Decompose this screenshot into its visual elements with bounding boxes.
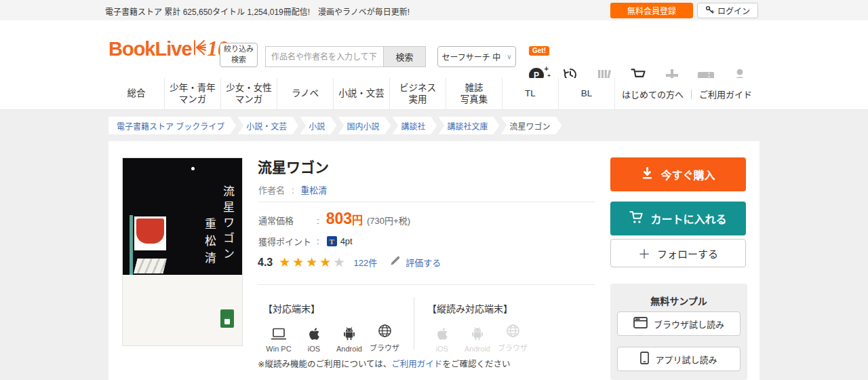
key-icon (705, 5, 714, 16)
nav-item-novel[interactable]: 小説・文芸 (334, 78, 390, 110)
price-amount: 803 (326, 210, 352, 228)
add-to-cart-button[interactable]: カートに入れる (610, 202, 746, 235)
booklive-logo[interactable]: BookLive 10 th (108, 37, 237, 61)
rating-stars[interactable]: ★★★★★ (279, 254, 347, 270)
breadcrumb-home[interactable]: 電子書籍ストア ブックライブ (108, 117, 236, 134)
plus-icon: ＋ (638, 244, 650, 262)
breadcrumb-novel[interactable]: 小説 (300, 117, 336, 134)
topbar: 電子書籍ストア 累計 625,650タイトル 1,254,019冊配信! 漫画や… (0, 0, 868, 20)
cover-author: 重松清 (201, 218, 218, 269)
laptop-icon (271, 324, 287, 341)
app-preview-button[interactable]: アプリ試し読み (617, 347, 741, 371)
vertical-devices-list: iOS Android ブラウザ (425, 322, 530, 353)
pencil-icon (389, 255, 401, 269)
globe-icon (378, 322, 392, 338)
download-icon (641, 167, 654, 183)
breadcrumb-domestic[interactable]: 国内小説 (338, 117, 391, 134)
search-input[interactable] (265, 46, 383, 67)
author-label: 作者名 (258, 185, 285, 195)
write-review-link[interactable]: 評価する (389, 255, 441, 269)
breadcrumb: 電子書籍ストア ブックライブ 小説・文芸 小説 国内小説 講談社 講談社文庫 流… (108, 117, 561, 134)
tpoint-icon: T (327, 236, 337, 246)
android-icon (342, 324, 356, 341)
device-ios: iOS (296, 322, 332, 353)
chevron-down-icon: ∨ (507, 53, 511, 60)
device-browser: ブラウザ (367, 322, 402, 353)
apple-icon (309, 324, 320, 341)
device-winpc: Win PC (261, 322, 296, 353)
nav-item-bl[interactable]: BL (559, 78, 615, 110)
divider (414, 297, 414, 350)
price-label: 通常価格 (258, 214, 317, 227)
divider (258, 284, 595, 285)
search-button[interactable]: 検索 (383, 46, 426, 67)
author-row: 作者名: 重松清 (258, 183, 327, 196)
follow-button[interactable]: ＋ フォローする (610, 239, 746, 267)
points-value: 4pt (340, 236, 353, 246)
product-card: 流星ワゴン 重松清 流星ワゴン 作者名: 重松清 通常価格: 803 円 (73… (108, 141, 760, 380)
nav-item-tl[interactable]: TL (502, 78, 559, 110)
star-dot (191, 167, 195, 170)
header: BookLive 10 th 絞り込み 検索 検索 セーフサーチ 中 ∨ Get… (0, 20, 868, 78)
smartphone-icon (640, 352, 649, 366)
points-label: 獲得ポイント (258, 235, 317, 248)
breadcrumb-genre[interactable]: 小説・文芸 (237, 117, 298, 134)
safesearch-value: セーフサーチ 中 (442, 51, 501, 62)
devices-label: 【対応端末】 (263, 301, 320, 315)
price-unit: 円 (352, 211, 363, 227)
vdevice-android: Android (460, 322, 495, 353)
cover-art: 流星ワゴン 重松清 (123, 158, 242, 275)
cart-icon (629, 210, 644, 227)
vertical-reading-note: ※縦読み機能のご利用については、ご利用ガイドをご確認ください (258, 357, 510, 370)
cover-title: 流星ワゴン (219, 185, 236, 263)
nav-item-magazine[interactable]: 雑誌 写真集 (446, 78, 502, 110)
buy-now-button[interactable]: 今すぐ購入 (610, 157, 746, 191)
breadcrumb-label[interactable]: 講談社文庫 (438, 117, 499, 134)
category-nav-items: 総合 少年・青年 マンガ 少女・女性 マンガ ラノベ 小説・文芸 ビジネス 実用… (108, 78, 615, 110)
author-link[interactable]: 重松清 (300, 185, 327, 195)
guide-link[interactable]: ご利用ガイド (391, 360, 442, 369)
browser-preview-button[interactable]: ブラウザ試し読み (617, 311, 741, 336)
nav-item-boys-manga[interactable]: 少年・青年 マンガ (165, 78, 221, 110)
safesearch-select[interactable]: セーフサーチ 中 ∨ (437, 46, 516, 67)
page-title: 流星ワゴン (258, 156, 329, 176)
free-sample-box: 無料サンプル ブラウザ試し読み アプリ試し読み (610, 284, 747, 380)
promo-text: 電子書籍ストア 累計 625,650タイトル 1,254,019冊配信! 漫画や… (105, 5, 410, 17)
rating-value: 4.3 (258, 256, 273, 269)
publisher-seal (220, 309, 234, 328)
nav-item-business[interactable]: ビジネス 実用 (390, 78, 446, 110)
points-row: 獲得ポイント: T 4pt (258, 235, 353, 248)
logo-text: BookLive (108, 38, 192, 60)
price-row: 通常価格: 803 円 (730円+税) (258, 210, 410, 228)
get-badge: Get! (529, 46, 549, 56)
devices-list: Win PC iOS Android ブラウザ (261, 322, 402, 353)
book-cover[interactable]: 流星ワゴン 重松清 (122, 157, 243, 346)
nav-item-girls-manga[interactable]: 少女・女性 マンガ (221, 78, 277, 110)
beginners-link[interactable]: はじめての方へ (614, 88, 691, 100)
device-android: Android (332, 322, 367, 353)
browser-icon (633, 317, 648, 330)
login-label: ログイン (717, 5, 750, 16)
filter-search-button[interactable]: 絞り込み 検索 (220, 43, 258, 67)
login-button[interactable]: ログイン (697, 3, 758, 18)
vertical-devices-label: 【縦読み対応端末】 (427, 301, 513, 315)
android-icon (471, 324, 484, 341)
nav-item-general[interactable]: 総合 (108, 78, 165, 110)
nav-item-lightnovel[interactable]: ラノベ (277, 78, 334, 110)
price-tax-note: (730円+税) (367, 214, 410, 227)
category-nav: 総合 少年・青年 マンガ 少女・女性 マンガ ラノベ 小説・文芸 ビジネス 実用… (0, 78, 868, 110)
user-guide-link[interactable]: ご利用ガイド (692, 88, 760, 100)
globe-icon (506, 322, 520, 338)
divider (258, 202, 595, 202)
free-sample-title: 無料サンプル (610, 284, 747, 307)
vdevice-ios: iOS (425, 322, 460, 353)
nav-utility: はじめての方へ ご利用ガイド (614, 78, 760, 110)
burst-icon (193, 39, 206, 59)
register-button[interactable]: 無料会員登録 (610, 3, 693, 18)
vdevice-browser: ブラウザ (495, 322, 530, 353)
breadcrumb-publisher[interactable]: 講談社 (392, 117, 437, 134)
review-count-link[interactable]: 122件 (353, 256, 377, 269)
cover-signpole (130, 215, 133, 275)
apple-icon (437, 324, 448, 341)
cover-signboard-lower (134, 259, 166, 273)
